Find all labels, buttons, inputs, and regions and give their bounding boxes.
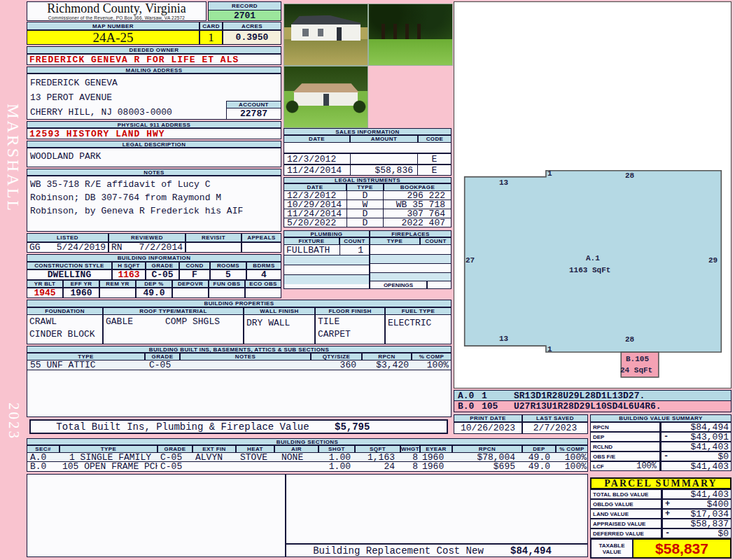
section-a-sqft: 1163 SqFt [569, 266, 610, 274]
sales-row-blank [284, 142, 451, 153]
hsqft-value: 1163 [112, 270, 146, 280]
bs-type: 105 OPEN FRAME PCH [59, 462, 158, 471]
bvs-label: LCF [593, 463, 604, 470]
construction-style-label: CONSTRUCTION STYLE [27, 262, 112, 270]
reviewed-by: RN [111, 242, 122, 253]
notes-line3: Robinson, by Geneva R Frederick his AIF [30, 204, 278, 218]
plumbing-row-empty [284, 274, 369, 284]
bs-grade: C-05 [158, 453, 192, 461]
bs-grade: C-05 [158, 462, 192, 471]
parcel-op: + [663, 499, 675, 509]
sales-amount: $58,836 [350, 165, 417, 175]
last-saved-label: LAST SAVED [522, 414, 588, 422]
sales-information-title: SALES INFORMATION [284, 128, 451, 135]
print-date-label: PRINT DATE [454, 414, 522, 422]
bs-rpcn: $78,004 [452, 453, 522, 461]
parcel-label: LAND VALUE [590, 509, 662, 519]
commissioner-subtitle: Commissioner of the Revenue, PO Box 366,… [27, 15, 206, 20]
bdrms-value: 4 [246, 270, 281, 280]
parcel-row: LAND VALUE + $17,034 [590, 509, 732, 519]
photo-door [337, 27, 342, 41]
revisit-value [186, 242, 241, 253]
section-b-label: B.105 [626, 355, 649, 363]
appeals-value [241, 242, 281, 253]
li-row: 10/29/2014 W WB 35 718 [284, 200, 451, 209]
taxable-value-label: TAXABLE VALUE [590, 538, 634, 559]
parcel-row: OBLDG VALUE + $400 [590, 499, 732, 509]
parcel-summary: PARCEL SUMMARY TOTAL BLDG VALUE $41,403 … [590, 477, 732, 559]
notes-line2: Robinson; DB 307-764 from Raymond M [30, 191, 278, 204]
sketch-vector-a: A.0 1 SR13D1R28U29L28D1L13D27. [454, 390, 732, 401]
sales-code: E [417, 154, 451, 164]
parcel-label: OBLDG VALUE [590, 499, 662, 509]
taxable-value-row: TAXABLE VALUE $58,837 [590, 538, 732, 559]
wall-finish-value: DRY WALL [244, 314, 315, 344]
floor-finish-value: TILE CARPET [315, 314, 385, 344]
foundation-line2: CINDER BLOCK [29, 328, 100, 341]
building-properties-values: CRAWL CINDER BLOCK GABLE COMP SHGLS DRY … [27, 314, 451, 344]
bvs-value: $41,403 [675, 461, 731, 471]
section-a-label: A.1 [586, 254, 600, 262]
li-type: D [346, 191, 383, 200]
ecoobs-label: ECO OBS [245, 280, 281, 288]
bottom-right-box: Building Replacement Cost New $84,494 [286, 474, 588, 557]
li-row: 12/3/2012 D 296 222 [284, 190, 451, 200]
photo-bush [353, 100, 366, 113]
appeals-label: APPEALS [241, 233, 281, 242]
li-date: 11/24/2014 [284, 209, 346, 218]
sales-date: 12/3/2012 [284, 154, 350, 164]
roof-type: GABLE [106, 316, 133, 328]
bs-sec: A.0 [27, 453, 59, 461]
photo-lawn [369, 39, 452, 65]
li-row: 5/20/2022 D 2022 407 [284, 218, 451, 227]
plumbing-title: PLUMBING [284, 230, 370, 237]
parcel-row: APPRAISED VALUE $58,837 [590, 519, 732, 528]
legal-description-text: WOODLAND PARK [30, 151, 101, 162]
parcel-op: - [663, 528, 675, 538]
hsqft-label: H SQFT [112, 262, 146, 270]
yrblt-label: YR BLT [27, 280, 63, 288]
building-sections-body: A.0 1 SINGLE FAMILY C-05 ALVYN STOVE NON… [27, 452, 588, 472]
parcel-value: $58,837 [675, 519, 731, 528]
bs-shgt: 1.00 [318, 453, 355, 461]
building-properties-headers: FOUNDATION ROOF TYPE/MATERIAL WALL FINIS… [27, 307, 451, 314]
mailing-address-label: MAILING ADDRESS [27, 66, 281, 74]
building-properties-title: BUILDING PROPERTIES [27, 300, 451, 307]
fireplace-row-empty [370, 254, 451, 263]
openings-label: OPENINGS [370, 281, 427, 289]
photo-roof [293, 83, 359, 92]
built-ins-body: 55 UNF ATTIC C-05 360 $3,420 100% [27, 360, 451, 417]
bs-air: NONE [274, 453, 318, 461]
building-information-row1: CONSTRUCTION STYLE H SQFT GRADE COND ROO… [27, 262, 281, 280]
vendor-watermark: MARSHALL [4, 104, 22, 213]
notes-block: WB 35-718 R/E affidavit of Lucy C Robins… [27, 176, 281, 232]
dim-top-left: 13 [499, 178, 508, 187]
bs-sqft: 1,163 [355, 453, 400, 461]
bs-row: B.0 105 OPEN FRAME PCH C-05 1.00 24 8 19… [27, 462, 587, 471]
parcel-row: TOTAL BLDG VALUE $41,403 [590, 489, 732, 499]
listed-date: 5/24/2019 [57, 242, 106, 253]
record-block: RECORD 2701 [208, 1, 281, 21]
bs-shgt: 1.00 [318, 462, 355, 471]
bs-dep: 49.0 [522, 462, 556, 471]
wall-finish: DRY WALL [246, 318, 290, 328]
deeded-owner-text: FREDERICK GENEVA R FOR LIFE ET ALS [29, 55, 239, 65]
openings-row: OPENINGS [370, 281, 451, 289]
dim-bottom-notch: 1 [547, 345, 552, 354]
fireplace-row-empty [370, 263, 451, 272]
listed-label: LISTED [27, 233, 108, 242]
grade-value: C-05 [146, 270, 179, 280]
sketch-drawing: 13 1 28 27 29 A.1 1163 SqFt 13 1 28 B.10… [463, 169, 723, 382]
bi-comp: 100% [412, 360, 451, 370]
physical-address-value: 12593 HISTORY LAND HWY [27, 128, 281, 139]
last-saved-value: 2/7/2023 [522, 422, 588, 434]
dim-bottom: 28 [625, 335, 634, 344]
effyr-value: 1960 [63, 288, 99, 298]
bvs-label: RCLND [590, 442, 660, 451]
map-number-value: 24A-25 [27, 30, 200, 45]
funobs-label: FUN OBS [209, 280, 245, 288]
photo-shelter [382, 24, 427, 40]
building-value-summary: BUILDING VALUE SUMMARY RPCN $84,494 DEP … [590, 414, 732, 471]
parcel-label: TOTAL BLDG VALUE [590, 489, 662, 499]
dep-label: DEP % [136, 280, 172, 288]
